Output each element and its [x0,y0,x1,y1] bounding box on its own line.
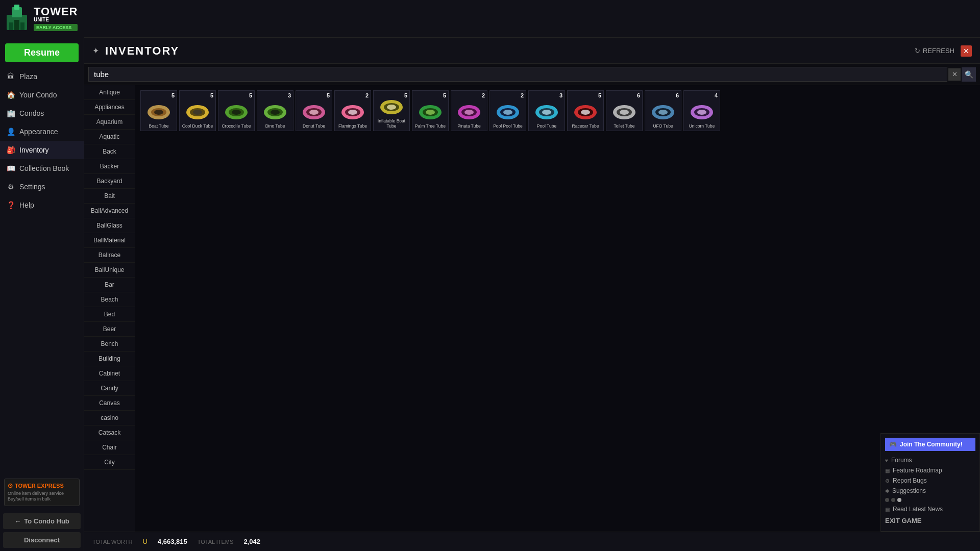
svg-point-14 [232,110,241,115]
category-item-casino[interactable]: casino [84,411,135,425]
condo-icon: 🏠 [6,90,15,99]
sidebar-item-condos[interactable]: 🏢 Condos [0,104,84,122]
sidebar-item-label-plaza: Plaza [19,72,37,81]
item-donut-tube[interactable]: Donut Tube5 [296,90,332,131]
category-item-antique[interactable]: Antique [84,85,135,100]
item-name: Crocodile Tube [220,123,252,129]
bugs-label: Report Bugs [893,477,927,484]
discord-join-label: Join The Community! [900,441,963,448]
exit-game-button[interactable]: EXIT GAME [885,514,975,527]
discord-suggestions-link[interactable]: ✱ Suggestions [885,486,975,496]
item-image [378,96,405,118]
sidebar-item-plaza[interactable]: 🏛 Plaza [0,67,84,86]
item-boat-tube[interactable]: Boat Tube5 [140,90,177,131]
item-count: 5 [443,92,446,98]
category-item-cabinet[interactable]: Cabinet [84,366,135,381]
sidebar-item-label-condo: Your Condo [19,91,57,99]
discord-icon: 🎮 [889,441,897,448]
search-bar: ✕ 🔍 [84,64,980,85]
sidebar-item-label-inventory: Inventory [19,146,49,154]
refresh-button[interactable]: ↻ REFRESH [915,47,954,55]
item-image [145,101,172,123]
item-image [495,101,521,123]
item-count: 5 [210,92,213,98]
item-flamingo-tube[interactable]: Flamingo Tube2 [334,90,371,131]
close-button[interactable]: ✕ [961,45,972,57]
item-image [572,101,599,123]
dot-2 [891,498,895,502]
discord-roadmap-link[interactable]: ▦ Feature Roadmap [885,465,975,475]
category-item-backer[interactable]: Backer [84,159,135,174]
category-item-building[interactable]: Building [84,352,135,366]
category-item-appliances[interactable]: Appliances [84,100,135,115]
item-racecar-tube[interactable]: Racecar Tube5 [567,90,604,131]
category-item-backyard[interactable]: Backyard [84,174,135,189]
item-count: 2 [482,92,485,98]
category-item-bar[interactable]: Bar [84,278,135,292]
settings-icon: ⚙ [6,182,15,191]
item-count: 2 [365,92,369,98]
item-dino-tube[interactable]: Dino Tube3 [257,90,293,131]
item-palm-tree-tube[interactable]: Palm Tree Tube5 [412,90,449,131]
logo-icon [4,5,30,33]
category-item-balladvanced[interactable]: BallAdvanced [84,204,135,218]
sidebar-item-help[interactable]: ❓ Help [0,196,84,214]
category-item-ballunique[interactable]: BallUnique [84,263,135,278]
category-item-bed[interactable]: Bed [84,307,135,322]
item-name: Donut Tube [302,123,326,129]
category-item-beach[interactable]: Beach [84,292,135,307]
discord-bugs-link[interactable]: ⚙ Report Bugs [885,475,975,486]
item-pool-tube[interactable]: Pool Tube3 [528,90,565,131]
search-go-button[interactable]: 🔍 [962,67,976,82]
tower-express-panel[interactable]: ⊙ TOWER EXPRESS Online item delivery ser… [4,479,80,506]
item-name: UFO Tube [652,123,674,129]
to-condo-hub-button[interactable]: ← To Condo Hub [3,513,81,529]
discord-join-button[interactable]: 🎮 Join The Community! [885,438,975,451]
category-item-ballrace[interactable]: Ballrace [84,248,135,263]
category-item-chair[interactable]: Chair [84,440,135,455]
item-count: 3 [559,92,562,98]
disconnect-button[interactable]: Disconnect [3,532,81,548]
sidebar-item-inventory[interactable]: 🎒 Inventory [0,141,84,159]
category-item-city[interactable]: City [84,455,135,470]
item-pinata-tube[interactable]: Pinata Tube2 [451,90,487,131]
category-item-bait[interactable]: Bait [84,189,135,204]
resume-button[interactable]: Resume [5,43,79,62]
category-item-aquatic[interactable]: Aquatic [84,130,135,144]
item-ufo-tube[interactable]: UFO Tube6 [645,90,681,131]
category-item-canvas[interactable]: Canvas [84,396,135,411]
svg-point-29 [426,110,435,115]
item-toilet-tube[interactable]: Toilet Tube6 [606,90,643,131]
content-area: AntiqueAppliancesAquariumAquaticBackBack… [84,85,980,532]
category-item-beer[interactable]: Beer [84,322,135,337]
tower-express-desc: Online item delivery serviceBuy/sell ite… [8,491,76,503]
discord-news-link[interactable]: ▦ Read Latest News [885,504,975,514]
discord-forums-link[interactable]: ♥ Forums [885,455,975,465]
category-item-candy[interactable]: Candy [84,381,135,396]
item-cool-duck-tube[interactable]: Cool Duck Tube5 [179,90,216,131]
category-item-ballglass[interactable]: BallGlass [84,218,135,233]
help-icon: ❓ [6,201,15,210]
item-image [262,101,288,123]
bugs-icon: ⚙ [885,478,890,484]
category-item-aquarium[interactable]: Aquarium [84,115,135,130]
search-clear-button[interactable]: ✕ [948,68,961,81]
item-name: Pool Pool Tube [492,123,524,129]
sidebar-item-appearance[interactable]: 👤 Appearance [0,122,84,141]
item-unicorn-tube[interactable]: Unicorn Tube4 [683,90,720,131]
category-item-back[interactable]: Back [84,144,135,159]
category-item-catsack[interactable]: Catsack [84,425,135,440]
category-item-bench[interactable]: Bench [84,337,135,352]
sidebar-item-settings[interactable]: ⚙ Settings [0,178,84,196]
category-item-ballmaterial[interactable]: BallMaterial [84,233,135,248]
category-list: AntiqueAppliancesAquariumAquaticBackBack… [84,85,135,532]
sidebar-item-collection-book[interactable]: 📖 Collection Book [0,159,84,178]
item-crocodile-tube[interactable]: Crocodile Tube5 [218,90,255,131]
sidebar-item-label-settings: Settings [19,183,45,191]
sidebar-item-label-collection: Collection Book [19,164,69,172]
sidebar-item-your-condo[interactable]: 🏠 Your Condo [0,86,84,104]
search-input[interactable] [88,67,947,82]
item-pool-pool-tube[interactable]: Pool Pool Tube2 [489,90,526,131]
arrow-left-icon: ← [14,517,21,525]
item-inflatable-boat-tube[interactable]: Inflatable Boat Tube5 [373,90,410,131]
